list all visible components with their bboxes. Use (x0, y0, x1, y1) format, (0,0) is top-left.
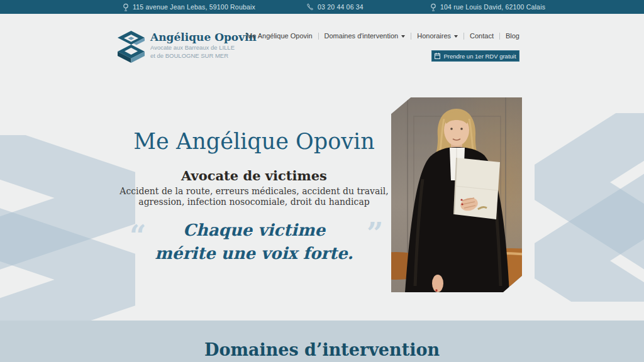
phone-icon (306, 3, 314, 11)
hero-quote-line2: mérite une voix forte. (101, 242, 408, 265)
nav-label: Domaines d'intervention (325, 32, 399, 40)
nav-item-domaines-intervention[interactable]: Domaines d'intervention (325, 32, 406, 40)
hero-section: Me Angélique Opovin Avocate de victimes … (0, 72, 644, 321)
logo-icon (118, 31, 145, 63)
topbar-phone: 03 20 44 06 34 (306, 0, 364, 14)
main-nav: Me Angélique Opovin Domaines d'intervent… (247, 32, 519, 40)
topbar-phone-text: 03 20 44 06 34 (318, 3, 364, 11)
nav-item-honoraires[interactable]: Honoraires (417, 32, 458, 40)
nav-separator (411, 33, 411, 40)
hero-title: Me Angélique Opovin (101, 129, 408, 154)
rdv-cta-button[interactable]: Prendre un 1er RDV gratuit (431, 50, 519, 62)
nav-item-contact[interactable]: Contact (470, 32, 494, 40)
domains-section: Domaines d’intervention (0, 321, 644, 362)
domains-title: Domaines d’intervention (0, 321, 644, 359)
nav-label: Honoraires (417, 32, 451, 40)
hero-subtitle: Avocate de victimes (101, 168, 408, 184)
nav-label: Me Angélique Opovin (247, 32, 313, 40)
logo-title: Angélique Opovin (150, 31, 257, 43)
hero-quote-line1: Chaque victime (101, 219, 408, 242)
logo-subtitle-1: Avocate aux Barreaux de LILLE (150, 43, 257, 52)
location-pin-icon (123, 3, 129, 11)
hero-description-line1: Accident de la route, erreurs médicales,… (101, 186, 408, 197)
location-pin-icon (430, 3, 436, 11)
hero-description-line2: agression, infection nosocomiale, droit … (101, 197, 408, 207)
logo[interactable]: Angélique Opovin Avocate aux Barreaux de… (118, 31, 257, 63)
nav-item-blog[interactable]: Blog (506, 32, 519, 40)
chevron-down-icon (401, 35, 405, 38)
nav-item-me-angelique-opovin[interactable]: Me Angélique Opovin (247, 32, 313, 40)
rdv-cta-label: Prendre un 1er RDV gratuit (443, 53, 516, 60)
nav-label: Contact (470, 32, 494, 40)
nav-separator (318, 33, 319, 40)
hero-description: Accident de la route, erreurs médicales,… (101, 186, 408, 207)
topbar-address-calais: 104 rue Louis David, 62100 Calais (430, 0, 545, 14)
calendar-icon (435, 53, 440, 59)
topbar-address-roubaix: 115 avenue Jean Lebas, 59100 Roubaix (123, 0, 255, 14)
logo-text: Angélique Opovin Avocate aux Barreaux de… (150, 31, 257, 63)
hero-quote: Chaque victime mérite une voix forte. (101, 219, 408, 265)
decorative-chevrons-right (535, 113, 644, 302)
nav-label: Blog (506, 32, 519, 40)
header: Angélique Opovin Avocate aux Barreaux de… (0, 14, 644, 72)
chevron-down-icon (454, 35, 458, 38)
nav-separator (464, 33, 464, 40)
logo-subtitle-2: et de BOULOGNE SUR MER (150, 52, 257, 60)
topbar-address-calais-text: 104 rue Louis David, 62100 Calais (440, 3, 545, 11)
nav-separator (499, 33, 500, 40)
topbar: 115 avenue Jean Lebas, 59100 Roubaix 03 … (0, 0, 644, 14)
topbar-address-roubaix-text: 115 avenue Jean Lebas, 59100 Roubaix (133, 3, 255, 11)
lawyer-photo (391, 97, 522, 292)
page: 115 avenue Jean Lebas, 59100 Roubaix 03 … (0, 0, 644, 362)
